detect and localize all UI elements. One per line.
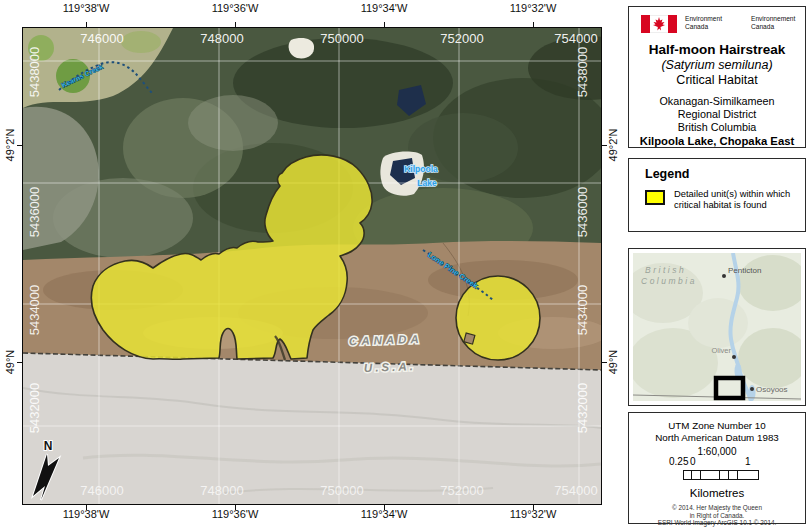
main-map: Lone Pine Creek Kearns Creek Kilpoola La…	[22, 27, 602, 505]
habitat-unit-east	[456, 276, 540, 360]
scale-bar-segments	[683, 470, 759, 480]
map-region-line1: Okanagan-Similkameen	[629, 95, 805, 107]
scale-bar-cell	[729, 470, 738, 480]
longitude-label-top: 119°32'W	[510, 2, 557, 14]
city-dot-oliver	[732, 355, 736, 359]
canada-flag-icon	[641, 15, 677, 33]
country-label-usa: U.S.A.	[364, 360, 416, 374]
easting-label-top: 748000	[200, 31, 243, 46]
dept-fr-line1: Environnement	[751, 15, 795, 23]
latitude-label-left: 49°N	[4, 350, 16, 375]
map-title-latin: (Satyrium semiluna)	[629, 58, 805, 72]
datum-text: North American Datum 1983	[629, 432, 805, 444]
map-title-species: Half-moon Hairstreak	[629, 42, 805, 57]
scale-bar-cell	[683, 470, 692, 480]
legend-item-text: Detailed unit(s) within which critical h…	[674, 188, 797, 210]
northing-label-right: 5432000	[575, 383, 590, 434]
locator-map: British Columbia Penticton Oliver Osoyoo…	[633, 253, 801, 401]
northing-label-right: 5436000	[575, 187, 590, 238]
map-document-page: Lone Pine Creek Kearns Creek Kilpoola La…	[0, 0, 812, 529]
easting-label-top: 746000	[80, 31, 123, 46]
scale-bar-cell	[738, 470, 759, 480]
dept-name-en: Environment Canada	[685, 15, 722, 30]
easting-label-bottom: 748000	[200, 483, 243, 498]
legend-heading: Legend	[645, 167, 805, 181]
northing-label-right: 5438000	[575, 47, 590, 98]
dept-en-line1: Environment	[685, 15, 722, 23]
graticule-tick	[17, 145, 22, 146]
city-dot-osoyoos	[750, 387, 754, 391]
longitude-label-top: 119°34'W	[361, 2, 408, 14]
city-label-penticton: Penticton	[728, 266, 761, 275]
longitude-label-bottom: 119°34'W	[361, 508, 408, 520]
longitude-label-bottom: 119°32'W	[510, 508, 557, 520]
northing-label-left: 5436000	[27, 187, 42, 238]
scale-units-label: Kilometres	[629, 487, 805, 499]
habitat-east-notch	[464, 333, 475, 344]
map-region-line3: British Columbia	[629, 121, 805, 133]
lake-label-line1: Kilpoola	[404, 164, 438, 174]
copyright-text: © 2014. Her Majesty the Queen in Right o…	[629, 504, 805, 527]
northing-label-left: 5432000	[27, 383, 42, 434]
graticule-tick	[17, 362, 22, 363]
lake-label-line2: Lake	[417, 178, 437, 188]
legend-item-line2: critical habitat is found	[674, 199, 797, 210]
map-unit-names: Kilpoola Lake, Chopaka East	[629, 135, 805, 147]
copyright-line1: © 2014. Her Majesty the Queen	[629, 504, 805, 512]
city-label-oliver: Oliver	[711, 346, 731, 355]
map-region-line2: Regional District	[629, 108, 805, 120]
latitude-label-right: 49°N	[607, 350, 619, 375]
city-label-osoyoos: Osoyoos	[756, 385, 788, 394]
legend-panel: Legend Detailed unit(s) within which cri…	[628, 158, 806, 232]
longitude-label-bottom: 119°36'W	[212, 508, 259, 520]
graticule-tick	[86, 22, 87, 27]
scale-bar-label-zero: 0	[690, 456, 696, 467]
easting-label-top: 754000	[554, 31, 597, 46]
latitude-label-left: 49°2'N	[4, 129, 16, 162]
terrain-usa	[23, 353, 601, 504]
copyright-line3: ESRI World Imagery ArcGIS 10.1 © 2014.	[629, 519, 805, 527]
title-panel: Environment Canada Environnement Canada …	[628, 6, 806, 148]
agency-header: Environment Canada Environnement Canada	[639, 14, 795, 38]
northing-label-left: 5438000	[27, 47, 42, 98]
habitat-swatch	[645, 190, 665, 205]
scale-ratio: 1:60,000	[629, 446, 805, 457]
longitude-label-top: 119°36'W	[212, 2, 259, 14]
sand-patch	[289, 38, 315, 58]
easting-label-top: 750000	[320, 31, 363, 46]
north-arrow-label: N	[44, 439, 53, 453]
scale-bar-cell	[692, 470, 701, 480]
graticule-tick	[533, 22, 534, 27]
dept-name-fr: Environnement Canada	[751, 15, 795, 30]
graticule-tick	[235, 22, 236, 27]
map-canvas: Lone Pine Creek Kearns Creek Kilpoola La…	[23, 28, 601, 504]
scale-panel: UTM Zone Number 10 North American Datum …	[628, 412, 806, 524]
scale-bar-cell	[701, 470, 720, 480]
easting-label-top: 752000	[440, 31, 483, 46]
dept-en-line2: Canada	[685, 23, 722, 31]
scale-bar-label-one: 1	[745, 456, 751, 467]
easting-label-bottom: 750000	[320, 483, 363, 498]
scale-bar: 0.25 0 1	[629, 458, 805, 484]
legend-item-habitat: Detailed unit(s) within which critical h…	[645, 188, 797, 210]
easting-label-bottom: 754000	[554, 483, 597, 498]
copyright-line2: in Right of Canada.	[629, 512, 805, 520]
longitude-label-bottom: 119°38'W	[63, 508, 110, 520]
graticule-tick	[384, 22, 385, 27]
scale-bar-label-quarter: 0.25	[669, 456, 688, 467]
easting-label-bottom: 752000	[440, 483, 483, 498]
northing-label-right: 5434000	[575, 285, 590, 336]
dept-fr-line2: Canada	[751, 23, 795, 31]
locator-province-line1: British	[645, 265, 686, 275]
scale-bar-cell	[720, 470, 729, 480]
locator-province-line2: Columbia	[641, 276, 697, 286]
legend-item-line1: Detailed unit(s) within which	[674, 188, 797, 199]
locator-panel: British Columbia Penticton Oliver Osoyoo…	[628, 248, 806, 406]
map-title-doctype: Critical Habitat	[629, 73, 805, 87]
latitude-label-right: 49°2'N	[607, 129, 619, 162]
northing-label-left: 5434000	[27, 285, 42, 336]
utm-zone-text: UTM Zone Number 10	[629, 420, 805, 432]
longitude-label-top: 119°38'W	[63, 2, 110, 14]
city-dot-penticton	[722, 274, 726, 278]
easting-label-bottom: 746000	[80, 483, 123, 498]
